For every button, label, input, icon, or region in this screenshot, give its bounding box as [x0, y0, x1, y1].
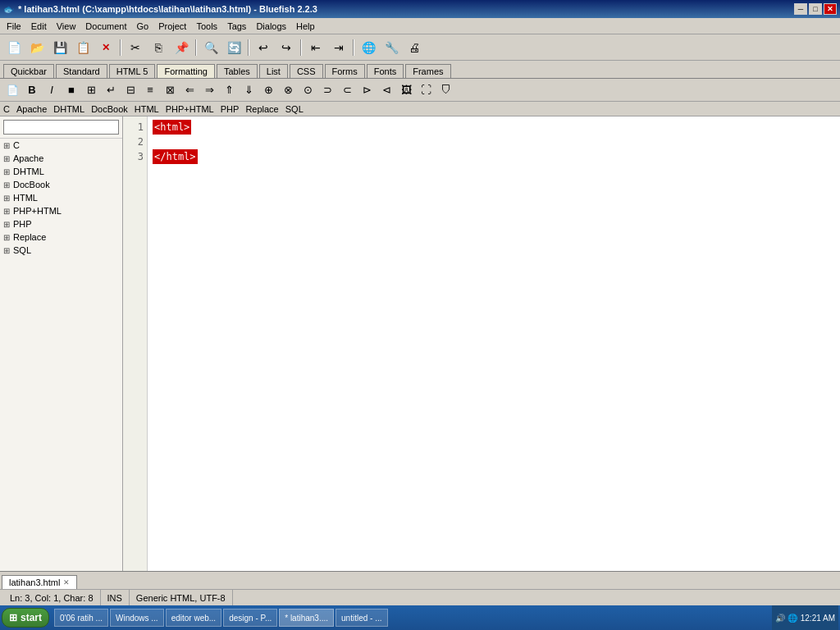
tab-fonts[interactable]: Fonts: [367, 64, 404, 78]
format-btn-6[interactable]: ↵: [102, 82, 120, 98]
indent-left-icon: ⇤: [311, 41, 321, 54]
menu-item-view[interactable]: View: [52, 20, 81, 33]
format-btn-9[interactable]: ⊠: [161, 82, 179, 98]
new-button[interactable]: 📄: [3, 38, 25, 57]
editor-tab-close[interactable]: ✕: [63, 578, 70, 587]
tagbar-item-replace[interactable]: Replace: [245, 104, 278, 114]
tagbar-item-c[interactable]: C: [3, 104, 10, 114]
paste-button[interactable]: 📌: [171, 38, 192, 57]
tab-html-5[interactable]: HTML 5: [109, 64, 156, 78]
format-btn-18[interactable]: ⊂: [338, 82, 356, 98]
preferences-button[interactable]: 🔧: [381, 38, 402, 57]
format-btn-4[interactable]: ■: [62, 82, 80, 98]
undo-button[interactable]: ↩: [253, 38, 274, 57]
tagbar-item-dhtml[interactable]: DHTML: [53, 104, 84, 114]
copy-button[interactable]: ⎘: [148, 38, 169, 57]
sidebar-item-c[interactable]: ⊞C: [0, 139, 122, 152]
tab-quickbar[interactable]: Quickbar: [3, 64, 54, 78]
format-btn-23[interactable]: ⛉: [436, 82, 454, 98]
tagbar-item-php[interactable]: PHP: [221, 104, 240, 114]
tagbar-item-apache[interactable]: Apache: [16, 104, 47, 114]
format-btn-12[interactable]: ⇑: [220, 82, 238, 98]
sidebar-search-input[interactable]: [3, 120, 119, 135]
tagbar-item-html[interactable]: HTML: [135, 104, 159, 114]
tab-list[interactable]: List: [259, 64, 288, 78]
tagbar-item-docbook[interactable]: DocBook: [91, 104, 128, 114]
window-close-button[interactable]: ✕: [824, 3, 837, 15]
cut-button[interactable]: ✂: [125, 38, 146, 57]
format-btn-20[interactable]: ⊲: [377, 82, 395, 98]
start-button[interactable]: ⊞ start: [2, 608, 49, 628]
menu-item-tools[interactable]: Tools: [191, 20, 222, 33]
menu-item-dialogs[interactable]: Dialogs: [251, 20, 291, 33]
open-button[interactable]: 📂: [26, 38, 48, 57]
format-btn-11[interactable]: ⇒: [200, 82, 218, 98]
task-btn-design---p---[interactable]: design - P...: [223, 609, 277, 627]
format-btn-15[interactable]: ⊗: [279, 82, 297, 98]
format-btn-5[interactable]: ⊞: [82, 82, 100, 98]
sidebar-item-html[interactable]: ⊞HTML: [0, 191, 122, 204]
format-btn-16[interactable]: ⊙: [299, 82, 317, 98]
format-btn-2[interactable]: B: [23, 82, 41, 98]
tagbar-item-php-html[interactable]: PHP+HTML: [166, 104, 214, 114]
undo-icon: ↩: [258, 41, 268, 54]
indent-right-button[interactable]: ⇥: [328, 38, 349, 57]
sidebar-item-apache[interactable]: ⊞Apache: [0, 152, 122, 165]
format-icon-6: ↵: [107, 84, 116, 96]
sidebar-item-php-html[interactable]: ⊞PHP+HTML: [0, 204, 122, 217]
indent-left-button[interactable]: ⇤: [305, 38, 326, 57]
format-btn-14[interactable]: ⊕: [259, 82, 277, 98]
format-btn-22[interactable]: ⛶: [417, 82, 435, 98]
menu-item-file[interactable]: File: [2, 20, 26, 33]
format-btn-1[interactable]: 📄: [3, 82, 21, 98]
tab-formatting[interactable]: Formatting: [157, 64, 215, 78]
sidebar-item-dhtml[interactable]: ⊞DHTML: [0, 165, 122, 178]
format-btn-21[interactable]: 🖼: [397, 82, 415, 98]
tab-tables[interactable]: Tables: [217, 64, 258, 78]
format-btn-7[interactable]: ⊟: [121, 82, 139, 98]
save-button[interactable]: 💾: [49, 38, 71, 57]
task-btn-windows----[interactable]: Windows ...: [110, 609, 164, 627]
menu-item-go[interactable]: Go: [132, 20, 154, 33]
sidebar-item-sql[interactable]: ⊞SQL: [0, 244, 122, 257]
format-btn-10[interactable]: ⇐: [180, 82, 199, 98]
format-icon-21: 🖼: [401, 84, 412, 96]
format-btn-17[interactable]: ⊃: [318, 82, 336, 98]
code-editor[interactable]: 123 <html></html>: [123, 116, 840, 571]
menu-item-edit[interactable]: Edit: [26, 20, 52, 33]
format-icon-19: ⊳: [363, 84, 372, 96]
format-btn-3[interactable]: I: [43, 82, 61, 98]
task-btn-0-06-ratih----[interactable]: 0'06 ratih ...: [54, 609, 108, 627]
redo-button[interactable]: ↪: [276, 38, 297, 57]
menu-item-help[interactable]: Help: [291, 20, 320, 33]
print-button[interactable]: 🖨: [404, 38, 425, 57]
format-btn-13[interactable]: ⇓: [240, 82, 258, 98]
code-area[interactable]: <html></html>: [148, 116, 840, 571]
task-btn-editor-web---[interactable]: editor web...: [166, 609, 221, 627]
tab-css[interactable]: CSS: [290, 64, 323, 78]
task-btn---latihan3----[interactable]: * latihan3....: [279, 609, 334, 627]
sidebar-item-replace[interactable]: ⊞Replace: [0, 231, 122, 244]
sidebar-item-docbook[interactable]: ⊞DocBook: [0, 178, 122, 191]
replace-button[interactable]: 🔄: [223, 38, 244, 57]
format-btn-8[interactable]: ≡: [141, 82, 159, 98]
format-icon-12: ⇑: [225, 84, 234, 96]
menu-item-project[interactable]: Project: [153, 20, 191, 33]
browser-button[interactable]: 🌐: [358, 38, 379, 57]
format-btn-19[interactable]: ⊳: [358, 82, 376, 98]
tab-frames[interactable]: Frames: [405, 64, 450, 78]
sidebar-item-php[interactable]: ⊞PHP: [0, 217, 122, 231]
tab-standard[interactable]: Standard: [56, 64, 107, 78]
editor-tab-latihan3-html[interactable]: latihan3.html✕: [2, 575, 77, 589]
menu-item-tags[interactable]: Tags: [222, 20, 251, 33]
maximize-button[interactable]: □: [809, 3, 822, 15]
tab-forms[interactable]: Forms: [325, 64, 365, 78]
tagbar-item-sql[interactable]: SQL: [285, 104, 304, 114]
minimize-button[interactable]: ─: [794, 3, 807, 15]
saveas-button[interactable]: 📋: [72, 38, 94, 57]
task-btn-untitled------[interactable]: untitled - ...: [336, 609, 387, 627]
menu-item-document[interactable]: Document: [80, 20, 131, 33]
close-file-button[interactable]: ✕: [95, 38, 116, 57]
taskbar-right: 🔊 🌐 12:21 AM: [772, 605, 838, 630]
find-button[interactable]: 🔍: [200, 38, 221, 57]
